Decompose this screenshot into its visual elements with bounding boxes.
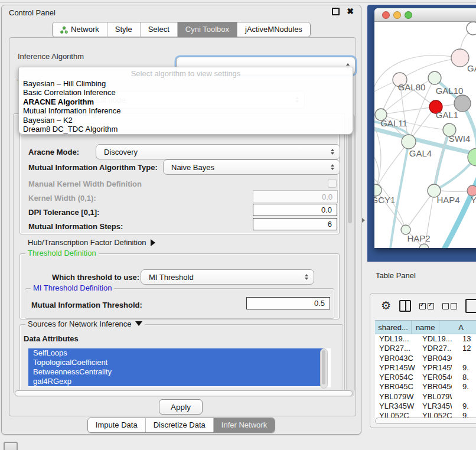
table-hscrollbar-thumb[interactable]	[375, 418, 476, 424]
network-node[interactable]	[402, 135, 416, 149]
hub-definition-expander[interactable]: Hub/Transcription Factor Definition	[28, 238, 155, 247]
algorithm-option[interactable]: ARACNE Algorithm	[19, 97, 353, 106]
tab-label: Select	[148, 22, 169, 37]
table-hscrollbar[interactable]	[375, 417, 476, 424]
table-cell[interactable]: YLR345W	[375, 402, 419, 411]
network-node[interactable]	[451, 49, 469, 67]
network-node[interactable]	[467, 22, 476, 35]
tab-label: Cyni Toolbox	[185, 22, 229, 37]
data-attribute-item[interactable]: SelfLoops	[28, 348, 324, 358]
tab-impute-data[interactable]: Impute Data	[88, 418, 146, 432]
table-cell[interactable]: YDL19...	[419, 334, 452, 344]
settings-hscrollbar-thumb[interactable]	[15, 390, 353, 396]
network-edge[interactable]	[434, 130, 449, 191]
aracne-mode-combobox[interactable]: Discovery	[96, 144, 340, 159]
close-traffic-light[interactable]	[382, 11, 390, 19]
network-canvas[interactable]: GALGAL80GAL10GAL11GAL1SWI4GAL4GCY1HAP4YH…	[374, 22, 476, 248]
data-attribute-item[interactable]: TopologicalCoefficient	[28, 358, 324, 367]
apply-button[interactable]: Apply	[159, 399, 203, 415]
column-header[interactable]: name	[412, 321, 439, 334]
table-cell[interactable]: 9.	[452, 363, 476, 373]
column-header[interactable]: A	[439, 321, 476, 334]
close-panel-icon[interactable]: ✖	[347, 7, 354, 15]
deselect-all-columns-icon[interactable]	[442, 303, 457, 309]
tab-select[interactable]: Select	[141, 22, 178, 37]
network-canvas-svg: GALGAL80GAL10GAL11GAL1SWI4GAL4GCY1HAP4YH…	[374, 22, 476, 248]
algorithm-option[interactable]: Bayesian – K2	[19, 116, 353, 125]
table-cell[interactable]: 8.	[452, 373, 476, 382]
tab-style[interactable]: Style	[107, 22, 141, 37]
algorithm-dropdown-prompt: Select algorithm to view settings	[19, 69, 353, 79]
tab-discretize-data[interactable]: Discretize Data	[146, 418, 214, 432]
attributes-scrollbar-thumb[interactable]	[322, 350, 325, 384]
network-node[interactable]	[454, 95, 471, 112]
table-cell[interactable]: YER054C	[419, 373, 452, 382]
table-cell[interactable]: YBR045C	[419, 382, 452, 392]
table-cell[interactable]	[452, 354, 476, 363]
select-all-columns-icon[interactable]	[419, 303, 434, 309]
table-cell[interactable]: YBR043C	[375, 354, 419, 363]
splitter-collapse-icon[interactable]	[362, 218, 365, 223]
sources-legend[interactable]: Sources for Network Inference	[25, 319, 145, 328]
table-cell[interactable]: YPR145W	[419, 363, 452, 373]
table-cell[interactable]	[452, 392, 476, 402]
mi-steps-field[interactable]: 6	[253, 218, 337, 230]
table-cell[interactable]: YDL19...	[375, 334, 419, 344]
zoom-traffic-light[interactable]	[405, 11, 412, 19]
table-cell[interactable]: YBL079W	[419, 392, 452, 402]
column-header[interactable]: shared...	[375, 321, 412, 334]
data-attribute-item[interactable]: BetweennessCentrality	[28, 367, 324, 377]
new-table-icon[interactable]	[465, 299, 476, 313]
algorithm-option[interactable]: Basic Correlation Inference	[19, 88, 353, 97]
table-toolbar: ⚙	[370, 294, 476, 318]
table-row: YLR345WYLR345W9.	[375, 402, 476, 411]
settings-hscrollbar[interactable]	[14, 390, 354, 397]
tab-cyni-toolbox[interactable]: Cyni Toolbox	[178, 22, 237, 37]
table-header-row: shared...nameA	[375, 320, 476, 334]
mi-algorithm-type-value: Naive Bayes	[164, 163, 214, 172]
table-panel-container: ⚙ shared...nameA YDL19...YDL19...13YDR27…	[370, 293, 476, 428]
table-cell[interactable]: YER054C	[375, 373, 419, 382]
settings-scrollbar[interactable]	[346, 113, 355, 393]
table-cell[interactable]: YBR045C	[375, 382, 419, 392]
which-threshold-combobox[interactable]: MI Threshold	[141, 269, 314, 285]
minimize-traffic-light[interactable]	[393, 11, 401, 19]
table-cell[interactable]: 12	[452, 344, 476, 353]
table-cell[interactable]: YBL079W	[375, 392, 419, 402]
table-cell[interactable]: 13	[452, 334, 476, 344]
table-row: YDR27...YDR27...12	[375, 344, 476, 353]
panel-title: Control Panel	[9, 8, 56, 17]
table-cell[interactable]: YLR345W	[419, 402, 452, 411]
table-cell[interactable]: YDR27...	[375, 344, 419, 353]
network-frame: GALGAL80GAL10GAL11GAL1SWI4GAL4GCY1HAP4YH…	[367, 5, 476, 262]
mi-threshold-field[interactable]: 0.5	[246, 297, 330, 309]
table-cell[interactable]: 9.	[452, 382, 476, 392]
data-attribute-item[interactable]: gal4RGexp	[28, 377, 324, 386]
algorithm-option[interactable]: Dream8 DC_TDC Algorithm	[19, 125, 353, 133]
network-window-titlebar[interactable]	[374, 8, 476, 22]
gear-icon[interactable]: ⚙	[381, 300, 391, 312]
algorithm-option[interactable]: Mutual Information Inference	[19, 106, 353, 115]
tab-infer-network[interactable]: Infer Network	[214, 418, 275, 432]
kernel-width-field[interactable]: 0.0	[253, 190, 338, 203]
table-cell[interactable]: YPR145W	[375, 363, 419, 373]
tab-jactivemnodules[interactable]: jActiveMNodules	[237, 22, 310, 37]
algorithm-dropdown-list: Bayesian – Hill ClimbingBasic Correlatio…	[19, 79, 353, 133]
network-tab-icon	[60, 26, 68, 34]
minimized-panel-icon[interactable]	[4, 442, 18, 450]
network-edge[interactable]	[406, 191, 434, 230]
table-cell[interactable]: YBR043C	[419, 354, 452, 363]
manual-kernel-width-checkbox[interactable]	[328, 179, 337, 188]
attributes-scrollbar[interactable]	[320, 348, 328, 389]
algorithm-option[interactable]: Bayesian – Hill Climbing	[19, 79, 353, 88]
table-cell[interactable]: 9.	[452, 402, 476, 411]
table-cell[interactable]: YDR27...	[419, 344, 452, 353]
dpi-tolerance-field[interactable]: 0.0	[253, 204, 337, 216]
split-columns-icon[interactable]	[399, 300, 411, 312]
mi-algorithm-type-combobox[interactable]: Naive Bayes	[163, 159, 340, 175]
algorithm-definition-group: Algorithm Definition Aracne Mode: Discov…	[19, 131, 340, 234]
tab-network[interactable]: Network	[53, 22, 107, 37]
network-node[interactable]	[428, 71, 441, 84]
float-panel-icon[interactable]	[332, 8, 340, 15]
network-node[interactable]	[419, 244, 429, 248]
